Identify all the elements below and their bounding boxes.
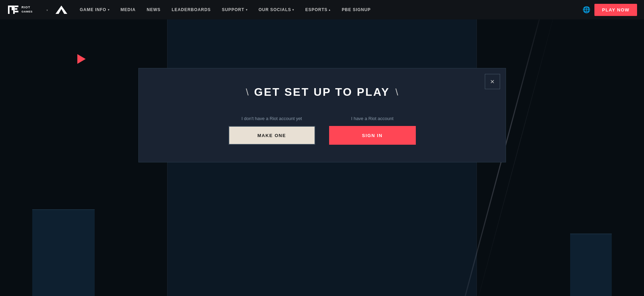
has-account-label: I have a Riot account — [351, 116, 393, 121]
modal-title: GET SET UP TO PLAY — [254, 86, 390, 99]
nav-item-media[interactable]: MEDIA — [115, 0, 141, 19]
nav-item-esports[interactable]: ESPORTS ▴ — [300, 0, 336, 19]
globe-icon[interactable]: 🌐 — [583, 6, 590, 14]
title-slash-left: \ — [246, 87, 249, 97]
no-account-label: I don't have a Riot account yet — [241, 116, 302, 121]
svg-text:RIOT: RIOT — [22, 6, 31, 9]
page-background: ✕ \ GET SET UP TO PLAY \ I don't have a … — [0, 19, 644, 296]
nav-item-support[interactable]: SUPPORT ▾ — [216, 0, 253, 19]
signup-modal: ✕ \ GET SET UP TO PLAY \ I don't have a … — [138, 68, 506, 162]
title-slash-right: \ — [395, 87, 398, 97]
svg-marker-10 — [46, 10, 48, 11]
svg-text:GAMES: GAMES — [22, 10, 33, 13]
make-account-button[interactable]: MAKE ONE — [229, 126, 315, 145]
modal-options: I don't have a Riot account yet MAKE ONE… — [160, 116, 485, 145]
svg-rect-3 — [12, 6, 14, 10]
play-now-button[interactable]: PLAY NOW — [594, 4, 637, 16]
svg-marker-11 — [55, 6, 67, 14]
nav-logo[interactable]: RIOT GAMES — [7, 3, 68, 16]
chevron-down-icon: ▾ — [246, 8, 248, 11]
sign-in-button[interactable]: SIGN IN — [329, 126, 416, 145]
navbar: RIOT GAMES GAME INFO ▾ MEDIA NEWS LEADER… — [0, 0, 644, 19]
riot-games-text-icon: RIOT GAMES — [22, 3, 49, 16]
modal-overlay: ✕ \ GET SET UP TO PLAY \ I don't have a … — [0, 19, 644, 296]
no-account-option: I don't have a Riot account yet MAKE ONE — [229, 116, 315, 145]
nav-item-socials[interactable]: OUR SOCIALS ▾ — [253, 0, 300, 19]
modal-close-button[interactable]: ✕ — [485, 74, 500, 89]
nav-item-game-info[interactable]: GAME INFO ▾ — [74, 0, 115, 19]
nav-right: 🌐 PLAY NOW — [583, 4, 637, 16]
nav-item-pbe-signup[interactable]: PBE SIGNUP — [336, 0, 376, 19]
close-icon: ✕ — [490, 78, 495, 85]
nav-menu: GAME INFO ▾ MEDIA NEWS LEADERBOARDS SUPP… — [74, 0, 583, 19]
chevron-down-icon: ▴ — [329, 8, 330, 11]
riot-games-logo-icon — [7, 3, 19, 16]
svg-rect-6 — [15, 8, 18, 10]
nav-item-news[interactable]: NEWS — [141, 0, 166, 19]
chevron-down-icon: ▾ — [108, 8, 110, 11]
chevron-down-icon: ▾ — [292, 8, 294, 11]
svg-rect-5 — [15, 6, 19, 7]
nav-item-leaderboards[interactable]: LEADERBOARDS — [166, 0, 216, 19]
svg-rect-7 — [15, 11, 19, 12]
has-account-option: I have a Riot account SIGN IN — [329, 116, 416, 145]
svg-rect-4 — [13, 6, 15, 14]
valorant-logo-icon — [55, 5, 68, 15]
modal-title-area: \ GET SET UP TO PLAY \ — [160, 86, 485, 99]
